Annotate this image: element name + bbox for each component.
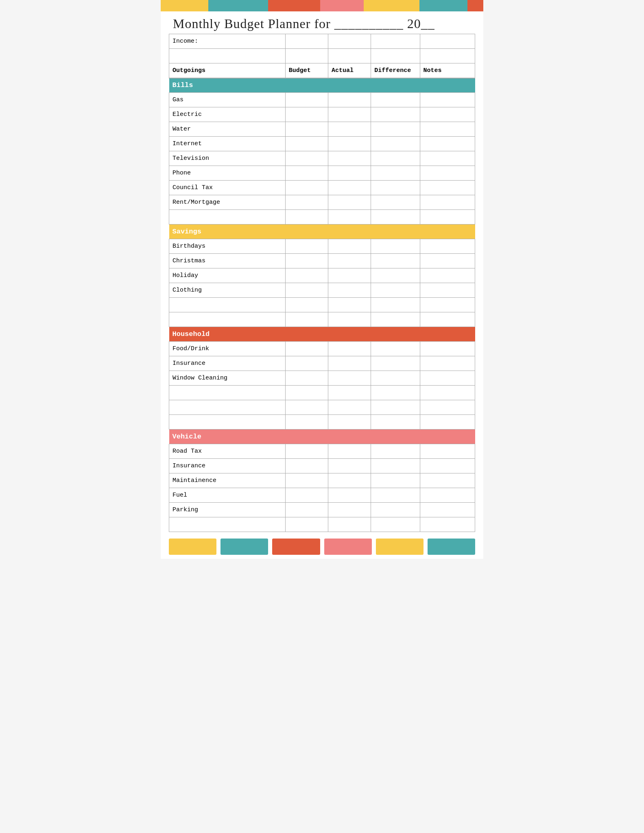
section-household-header: Household [169,327,475,342]
table-row: Holiday [169,268,475,283]
content-area: Income: Outgoings Budget Actual Differen… [161,34,483,532]
title-area: Monthly Budget Planner for __________ 20… [161,11,483,34]
table-row [169,298,475,312]
item-parking: Parking [169,503,286,517]
item-insurance-household: Insurance [169,356,286,371]
color-block-2 [208,0,268,11]
budget-table: Income: Outgoings Budget Actual Differen… [169,34,475,532]
page: Monthly Budget Planner for __________ 20… [161,0,483,559]
page-title: Monthly Budget Planner for __________ 20… [173,16,471,31]
top-color-bar [161,0,483,11]
col-header-outgoings: Outgoings [169,63,286,78]
item-internet: Internet [169,137,286,151]
bottom-block-4 [324,539,372,555]
color-block-7 [467,0,483,11]
item-holiday: Holiday [169,268,286,283]
item-electric: Electric [169,107,286,122]
item-birthdays: Birthdays [169,239,286,254]
item-maintainence: Maintainence [169,473,286,488]
column-header-row: Outgoings Budget Actual Difference Notes [169,63,475,78]
table-row: Water [169,122,475,137]
table-row [169,415,475,430]
table-row: Insurance [169,459,475,473]
table-row [169,386,475,400]
table-row: Clothing [169,283,475,298]
bottom-block-3 [272,539,320,555]
item-christmas: Christmas [169,254,286,268]
table-row: Rent/Mortgage [169,195,475,210]
table-row: Council Tax [169,181,475,195]
color-block-5 [364,0,419,11]
section-savings-header: Savings [169,225,475,239]
item-water: Water [169,122,286,137]
table-row: Insurance [169,356,475,371]
bills-label: Bills [169,78,475,93]
household-label: Household [169,327,475,342]
table-row: Road Tax [169,444,475,459]
table-row: Phone [169,166,475,181]
item-road-tax: Road Tax [169,444,286,459]
table-row: Maintainence [169,473,475,488]
table-row [169,517,475,532]
col-header-budget: Budget [285,63,328,78]
item-council-tax: Council Tax [169,181,286,195]
table-row [169,312,475,327]
color-block-3 [268,0,320,11]
color-block-6 [419,0,467,11]
table-row: Internet [169,137,475,151]
bottom-block-1 [169,539,216,555]
income-actual[interactable] [328,34,371,49]
bottom-color-bar [161,534,483,559]
table-row: Fuel [169,488,475,503]
item-gas: Gas [169,93,286,107]
table-row: Birthdays [169,239,475,254]
item-television: Television [169,151,286,166]
table-row: Christmas [169,254,475,268]
table-row [169,210,475,225]
savings-label: Savings [169,225,475,239]
col-header-actual: Actual [328,63,371,78]
item-rent-mortgage: Rent/Mortgage [169,195,286,210]
bottom-block-6 [428,539,475,555]
color-block-1 [161,0,208,11]
income-budget[interactable] [285,34,328,49]
table-row: Television [169,151,475,166]
bottom-block-5 [376,539,424,555]
color-block-4 [320,0,364,11]
table-row: Food/Drink [169,342,475,356]
item-insurance-vehicle: Insurance [169,459,286,473]
table-row: Electric [169,107,475,122]
income-row: Income: [169,34,475,49]
section-bills-header: Bills [169,78,475,93]
bottom-block-2 [220,539,268,555]
income-notes[interactable] [420,34,475,49]
table-row: Window Cleaning [169,371,475,386]
table-row: Parking [169,503,475,517]
table-row: Gas [169,93,475,107]
item-clothing: Clothing [169,283,286,298]
table-row [169,400,475,415]
item-fuel: Fuel [169,488,286,503]
item-food-drink: Food/Drink [169,342,286,356]
empty-row-after-income [169,49,475,63]
item-phone: Phone [169,166,286,181]
col-header-notes: Notes [420,63,475,78]
col-header-difference: Difference [371,63,420,78]
section-vehicle-header: Vehicle [169,430,475,444]
item-window-cleaning: Window Cleaning [169,371,286,386]
income-diff[interactable] [371,34,420,49]
income-label: Income: [169,34,286,49]
vehicle-label: Vehicle [169,430,475,444]
